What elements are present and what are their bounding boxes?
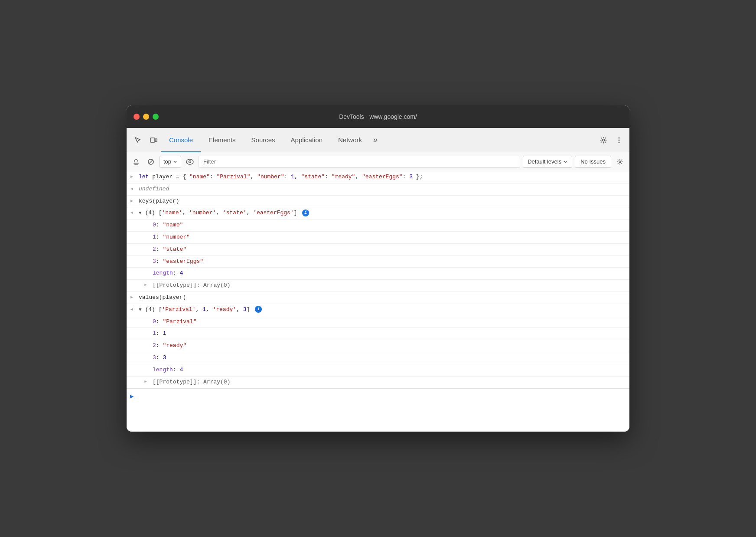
console-line-4: ◀ ▼ (4) ['name', 'number', 'state', 'eas… [127,207,629,219]
svg-line-9 [149,160,153,164]
console-line-4-2: 2: "state" [127,244,629,256]
console-line-6-proto: ▶ [[Prototype]]: Array(0) [127,377,629,389]
console-line-4-1: 1: "number" [127,232,629,244]
line-content-5: values(player) [137,293,626,302]
svg-rect-6 [134,163,139,164]
svg-rect-1 [155,139,157,142]
no-issues-button[interactable]: No Issues [575,156,611,168]
console-line-6: ◀ ▼ (4) ['Parzival', 1, 'ready', 3] i [127,304,629,316]
svg-rect-7 [134,164,138,165]
line-content-1: let player = { "name": "Parzival", "numb… [137,173,626,182]
svg-point-3 [619,137,620,138]
close-button[interactable] [134,114,140,120]
tab-application[interactable]: Application [283,128,330,152]
clear-console-button[interactable] [130,156,142,168]
levels-label: Default levels [528,158,561,165]
console-line-6-0: 0: "Parzival" [127,316,629,328]
console-line-6-length: length: 4 [127,364,629,377]
window-title: DevTools - www.google.com/ [339,113,417,120]
ban-icon [147,158,154,165]
console-settings-button[interactable] [614,156,626,168]
title-bar: DevTools - www.google.com/ [127,105,629,128]
info-badge[interactable]: i [302,210,309,216]
back-arrow-4: ◀ [127,209,137,216]
console-line-4-3: 3: "easterEggs" [127,256,629,268]
device-icon [150,136,157,144]
log-levels-button[interactable]: Default levels [523,156,572,168]
filter-input[interactable] [199,156,520,168]
context-label: top [163,158,171,165]
tab-elements[interactable]: Elements [201,128,244,152]
console-line-5: ▶ values(player) [127,292,629,304]
clear-icon [133,158,140,165]
console-line-4-length: length: 4 [127,268,629,280]
more-tabs-button[interactable]: » [370,128,381,152]
traffic-lights [134,114,159,120]
svg-point-11 [189,160,191,163]
tab-sources[interactable]: Sources [244,128,283,152]
svg-point-4 [619,139,620,141]
expand-arrow-3[interactable]: ▶ [127,197,137,205]
line-content-2: undefined [137,185,626,194]
context-selector[interactable]: top [160,156,181,168]
back-arrow-6: ◀ [127,305,137,313]
device-toggle-button[interactable] [146,132,161,148]
gear-icon [616,158,623,165]
chevron-down-icon [563,160,567,164]
console-line-4-0: 0: "name" [127,219,629,232]
devtools-window: DevTools - www.google.com/ Console Eleme… [127,105,629,432]
console-prompt: ▶ [127,388,629,404]
main-toolbar: Console Elements Sources Application Net… [127,128,629,152]
console-line-6-1: 1: 1 [127,328,629,340]
svg-point-10 [186,159,193,164]
more-options-button[interactable] [612,133,626,147]
settings-button[interactable] [596,133,610,147]
back-arrow-2: ◀ [127,185,137,193]
line-content-3: keys(player) [137,197,626,206]
console-line-4-proto: ▶ [[Prototype]]: Array(0) [127,280,629,292]
chevron-down-icon [173,160,177,164]
console-line-2: ◀ undefined [127,183,629,196]
eye-icon [186,159,194,165]
console-line-3: ▶ keys(player) [127,196,629,208]
tab-network[interactable]: Network [330,128,370,152]
toolbar-right [596,133,626,147]
cursor-icon [134,136,142,144]
console-line-1: ▶ let player = { "name": "Parzival", "nu… [127,171,629,183]
dots-vertical-icon [615,136,623,144]
gear-icon [600,136,607,144]
console-input[interactable] [137,393,626,399]
svg-point-5 [619,141,620,143]
console-output: ▶ let player = { "name": "Parzival", "nu… [127,171,629,432]
inspect-element-button[interactable] [130,132,146,148]
tab-console[interactable]: Console [161,128,201,152]
maximize-button[interactable] [153,114,159,120]
svg-point-2 [603,139,605,141]
prompt-arrow: ▶ [130,393,134,400]
svg-rect-0 [150,138,155,142]
tab-bar: Console Elements Sources Application Net… [161,128,593,152]
no-filter-button[interactable] [145,156,157,168]
expand-arrow-1[interactable]: ▶ [127,173,137,180]
console-line-6-2: 2: "ready" [127,340,629,352]
eye-button[interactable] [184,156,196,168]
minimize-button[interactable] [143,114,149,120]
line-content-4: ▼ (4) ['name', 'number', 'state', 'easte… [137,209,626,218]
info-badge-2[interactable]: i [255,306,262,313]
console-line-6-3: 3: 3 [127,352,629,364]
no-issues-label: No Issues [580,158,606,165]
line-content-6: ▼ (4) ['Parzival', 1, 'ready', 3] i [137,305,626,314]
console-toolbar: top Default levels No Issues [127,152,629,171]
svg-point-12 [619,161,621,163]
expand-arrow-5[interactable]: ▶ [127,293,137,301]
